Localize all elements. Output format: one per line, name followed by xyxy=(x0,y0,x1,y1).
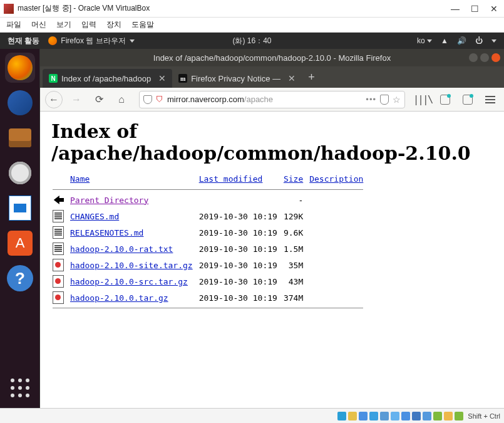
vb-close-button[interactable]: ✕ xyxy=(490,4,498,14)
col-size[interactable]: Size xyxy=(284,174,303,184)
file-gz-icon xyxy=(53,291,64,304)
file-link[interactable]: hadoop-2.10.0.tar.gz xyxy=(70,293,168,303)
tab-label: Index of /apache/hadoop xyxy=(61,74,151,83)
vb-audio-icon[interactable] xyxy=(359,412,368,420)
sidebar-button[interactable] xyxy=(436,91,454,108)
ff-maximize-button[interactable] xyxy=(480,53,489,62)
cell-desc xyxy=(308,224,368,241)
table-row: CHANGES.md2019-10-30 10:19129K xyxy=(51,208,368,224)
file-link[interactable]: RELEASENOTES.md xyxy=(70,228,143,238)
tracking-shield-icon[interactable] xyxy=(143,95,152,104)
vb-hostkey-icon[interactable] xyxy=(455,412,463,420)
file-link[interactable]: CHANGES.md xyxy=(70,212,119,221)
back-button[interactable]: ← xyxy=(45,91,63,108)
table-row: hadoop-2.10.0-src.tar.gz2019-10-30 10:19… xyxy=(51,273,368,290)
vb-display-icon[interactable] xyxy=(401,412,410,420)
vb-cpu-icon[interactable] xyxy=(423,412,431,420)
chevron-down-icon xyxy=(491,39,496,43)
gnome-clock[interactable]: (화) 16：40 xyxy=(232,36,271,46)
cell-size: 43M xyxy=(282,273,308,290)
dock-show-apps[interactable] xyxy=(8,375,33,400)
vb-mouse-icon[interactable] xyxy=(433,412,442,420)
rhythmbox-icon xyxy=(9,162,31,184)
file-gz-icon xyxy=(53,275,64,288)
cell-size: - xyxy=(282,192,308,208)
files-icon xyxy=(9,128,31,147)
vb-minimize-button[interactable]: — xyxy=(451,4,460,14)
tab-close-icon[interactable]: ✕ xyxy=(158,73,166,83)
guest-desktop: A ? Index of /apache/hadoop/common/hadoo… xyxy=(0,49,504,408)
dock-files[interactable] xyxy=(5,123,35,153)
ff-minimize-button[interactable] xyxy=(469,53,478,62)
cell-last-modified: 2019-10-30 10:19 xyxy=(198,290,282,306)
table-row: hadoop-2.10.0-rat.txt2019-10-30 10:191.5… xyxy=(51,241,368,257)
file-link[interactable]: hadoop-2.10.0-src.tar.gz xyxy=(70,277,188,286)
file-txt-icon xyxy=(53,210,64,222)
vb-maximize-button[interactable]: ☐ xyxy=(471,4,479,14)
vb-menu-devices[interactable]: 장치 xyxy=(106,19,121,30)
new-tab-button[interactable]: + xyxy=(302,71,321,84)
firefox-titlebar: Index of /apache/hadoop/common/hadoop-2.… xyxy=(40,49,504,66)
power-icon[interactable]: ⏻ xyxy=(475,36,483,45)
cell-last-modified: 2019-10-30 10:19 xyxy=(198,224,282,241)
bookmark-star-icon[interactable]: ☆ xyxy=(393,95,401,105)
help-icon: ? xyxy=(7,265,33,291)
vb-shared-icon[interactable] xyxy=(391,412,399,420)
url-bar[interactable]: ⛉ mirror.navercorp.com/apache ••• ☆ xyxy=(139,91,405,108)
vb-recording-icon[interactable] xyxy=(412,412,421,420)
firefox-window-title: Index of /apache/hadoop/common/hadoop-2.… xyxy=(153,53,391,63)
reload-button[interactable]: ⟳ xyxy=(90,91,108,108)
gnome-app-label: Firefox 웹 브라우저 xyxy=(61,36,125,46)
vb-menu-help[interactable]: 도움말 xyxy=(131,19,154,30)
vb-menu-file[interactable]: 파일 xyxy=(6,19,21,30)
dock-software[interactable]: A xyxy=(5,228,35,258)
vb-window-title: master [실행 중] - Oracle VM VirtualBox xyxy=(18,3,451,14)
gnome-lang-indicator[interactable]: ko xyxy=(417,36,432,45)
insecure-lock-icon[interactable]: ⛉ xyxy=(156,95,163,104)
dock-rhythmbox[interactable] xyxy=(5,158,35,188)
page-actions-icon[interactable]: ••• xyxy=(366,95,376,104)
virtualbox-titlebar: master [실행 중] - Oracle VM VirtualBox — ☐… xyxy=(0,0,504,18)
col-last-modified[interactable]: Last modified xyxy=(199,174,263,184)
col-description[interactable]: Description xyxy=(309,174,363,184)
vb-cd-icon[interactable] xyxy=(348,412,357,420)
tab-firefox-privacy[interactable]: m Firefox Privacy Notice — ✕ xyxy=(172,69,302,88)
dock-firefox[interactable] xyxy=(5,53,35,83)
home-button[interactable]: ⌂ xyxy=(113,91,130,108)
file-link[interactable]: Parent Directory xyxy=(70,196,148,205)
reader-icon[interactable] xyxy=(380,95,389,105)
dock-libreoffice[interactable] xyxy=(5,193,35,223)
url-text: mirror.navercorp.com/apache xyxy=(167,95,362,104)
vb-usb-icon[interactable] xyxy=(380,412,389,420)
vb-menu-machine[interactable]: 머신 xyxy=(31,19,46,30)
forward-button[interactable]: → xyxy=(68,91,85,108)
cell-desc xyxy=(308,257,368,273)
table-row: Parent Directory- xyxy=(51,192,368,208)
col-name[interactable]: Name xyxy=(70,174,90,184)
vb-hdd-icon[interactable] xyxy=(337,412,346,420)
gnome-app-menu[interactable]: Firefox 웹 브라우저 xyxy=(48,36,134,46)
ff-close-button[interactable] xyxy=(491,53,500,62)
vb-hostkey-label: Shift + Ctrl xyxy=(468,412,500,420)
firefox-icon xyxy=(8,55,33,80)
file-link[interactable]: hadoop-2.10.0-rat.txt xyxy=(70,244,173,254)
menu-button[interactable] xyxy=(481,91,499,108)
vb-net-icon[interactable] xyxy=(369,412,378,420)
table-row: RELEASENOTES.md2019-10-30 10:199.6K xyxy=(51,224,368,241)
gnome-activities[interactable]: 현재 활동 xyxy=(8,36,39,46)
account-button[interactable] xyxy=(459,91,476,108)
cell-size: 35M xyxy=(282,257,308,273)
vb-clipboard-icon[interactable] xyxy=(444,412,453,420)
network-icon[interactable]: ▲ xyxy=(441,36,448,45)
dock-thunderbird[interactable] xyxy=(5,88,35,118)
firefox-tabbar: N Index of /apache/hadoop ✕ m Firefox Pr… xyxy=(40,66,504,88)
file-link[interactable]: hadoop-2.10.0-site.tar.gz xyxy=(70,261,193,270)
dock-help[interactable]: ? xyxy=(5,263,35,293)
volume-icon[interactable]: 🔊 xyxy=(457,36,466,45)
tab-close-icon[interactable]: ✕ xyxy=(288,73,296,83)
library-button[interactable]: |||\ xyxy=(414,91,431,108)
vb-menu-view[interactable]: 보기 xyxy=(56,19,71,30)
vb-menu-input[interactable]: 입력 xyxy=(81,19,96,30)
tab-index-hadoop[interactable]: N Index of /apache/hadoop ✕ xyxy=(43,69,172,88)
libreoffice-writer-icon xyxy=(9,196,31,221)
